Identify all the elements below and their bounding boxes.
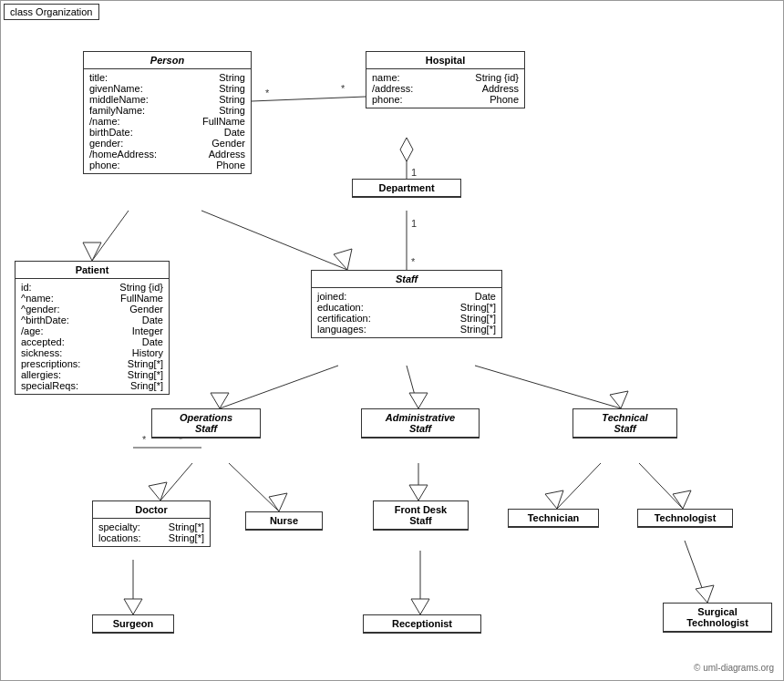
svg-marker-29 [409, 485, 428, 500]
svg-marker-21 [409, 393, 428, 408]
svg-marker-31 [545, 490, 563, 509]
class-staff: Staff joined:Date education:String[*] ce… [311, 270, 502, 338]
class-front-desk-staff: Front DeskStaff [373, 500, 469, 531]
svg-line-12 [201, 211, 347, 270]
svg-line-0 [252, 97, 366, 101]
copyright: © uml-diagrams.org [694, 663, 774, 673]
class-staff-title: Staff [312, 271, 501, 288]
class-person-title: Person [84, 52, 251, 69]
svg-line-26 [229, 463, 279, 511]
svg-marker-13 [334, 249, 352, 270]
class-person-attrs: title:String givenName:String middleName… [84, 69, 251, 173]
class-hospital-attrs: name:String {id} /address:Address phone:… [366, 69, 524, 108]
class-surgeon: Surgeon [92, 614, 174, 634]
class-patient-title: Patient [15, 262, 169, 279]
svg-line-38 [685, 541, 707, 603]
svg-line-18 [220, 366, 338, 408]
class-hospital: Hospital name:String {id} /address:Addre… [366, 51, 525, 108]
svg-line-24 [160, 463, 192, 500]
svg-marker-4 [400, 138, 413, 161]
class-doctor: Doctor specialty:String[*] locations:Str… [92, 500, 211, 547]
svg-text:1: 1 [411, 218, 417, 229]
svg-text:*: * [265, 88, 270, 98]
class-hospital-title: Hospital [366, 52, 524, 69]
svg-line-22 [475, 366, 621, 408]
class-nurse-title: Nurse [246, 512, 322, 530]
class-technologist-title: Technologist [638, 510, 732, 527]
svg-line-20 [407, 366, 418, 408]
svg-marker-23 [610, 391, 628, 408]
svg-text:*: * [142, 434, 147, 445]
class-operations-staff-title: OperationsStaff [152, 409, 260, 438]
diagram-container: class Organization * * 1 * 1 * * * [0, 0, 784, 681]
svg-marker-39 [696, 585, 714, 603]
svg-text:1: 1 [411, 167, 417, 178]
class-receptionist: Receptionist [363, 614, 481, 634]
class-receptionist-title: Receptionist [364, 615, 480, 633]
class-staff-attrs: joined:Date education:String[*] certific… [312, 288, 501, 337]
class-technical-staff: TechnicalStaff [573, 408, 677, 439]
class-department-title: Department [353, 180, 460, 197]
class-operations-staff: OperationsStaff [151, 408, 261, 439]
class-patient: Patient id:String {id} ^name:FullName ^g… [15, 261, 170, 395]
svg-marker-35 [124, 599, 142, 614]
class-technician: Technician [508, 509, 599, 528]
svg-marker-25 [149, 482, 167, 500]
svg-marker-33 [673, 490, 691, 509]
diagram-title: class Organization [4, 4, 99, 20]
svg-line-32 [639, 463, 683, 509]
class-administrative-staff-title: AdministrativeStaff [362, 409, 479, 438]
class-person: Person title:String givenName:String mid… [83, 51, 252, 174]
class-patient-attrs: id:String {id} ^name:FullName ^gender:Ge… [15, 279, 169, 394]
class-technician-title: Technician [509, 510, 598, 527]
class-surgical-technologist-title: SurgicalTechnologist [664, 604, 771, 632]
class-administrative-staff: AdministrativeStaff [361, 408, 480, 439]
class-technical-staff-title: TechnicalStaff [573, 409, 676, 438]
class-technologist: Technologist [637, 509, 733, 528]
svg-text:*: * [341, 83, 346, 94]
svg-line-30 [557, 463, 601, 509]
svg-marker-19 [211, 393, 229, 408]
class-nurse: Nurse [245, 511, 323, 531]
svg-marker-27 [269, 493, 287, 511]
svg-text:*: * [411, 256, 416, 267]
class-department: Department [352, 179, 461, 198]
class-front-desk-staff-title: Front DeskStaff [374, 501, 468, 530]
svg-marker-37 [411, 599, 429, 614]
svg-line-10 [92, 211, 129, 261]
class-surgeon-title: Surgeon [93, 615, 173, 633]
class-surgical-technologist: SurgicalTechnologist [663, 603, 772, 633]
class-doctor-title: Doctor [93, 501, 210, 519]
svg-marker-11 [83, 242, 101, 261]
class-doctor-attrs: specialty:String[*] locations:String[*] [93, 519, 210, 546]
